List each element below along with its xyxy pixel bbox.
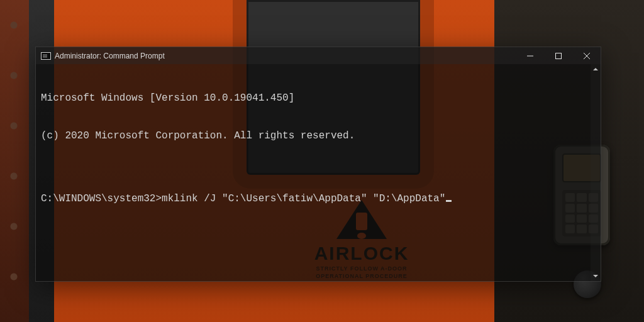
vertical-scrollbar[interactable] — [591, 64, 601, 281]
cmd-icon — [41, 52, 51, 60]
terminal-line: Microsoft Windows [Version 10.0.19041.45… — [41, 92, 597, 104]
command-prompt-window[interactable]: Administrator: Command Prompt Microsoft … — [35, 47, 601, 282]
maximize-icon — [555, 53, 562, 59]
terminal-line: (c) 2020 Microsoft Corporation. All righ… — [41, 130, 597, 142]
chevron-down-icon — [593, 274, 598, 279]
prompt-path: C:\WINDOWS\system32> — [41, 193, 162, 204]
text-cursor — [446, 200, 452, 202]
scroll-up-button[interactable] — [591, 64, 601, 74]
chevron-up-icon — [593, 67, 598, 72]
close-button[interactable] — [572, 47, 601, 64]
typed-command: mklink /J "C:\Users\fatiw\AppData" "D:\A… — [162, 193, 445, 204]
maximize-button[interactable] — [544, 47, 572, 64]
close-icon — [584, 53, 590, 59]
minimize-icon — [527, 53, 533, 59]
titlebar[interactable]: Administrator: Command Prompt — [36, 47, 601, 64]
terminal-area[interactable]: Microsoft Windows [Version 10.0.19041.45… — [36, 64, 601, 281]
minimize-button[interactable] — [516, 47, 544, 64]
svg-rect-0 — [555, 53, 561, 58]
scrollbar-track[interactable] — [591, 74, 601, 271]
window-title: Administrator: Command Prompt — [55, 52, 165, 60]
scroll-down-button[interactable] — [591, 271, 601, 281]
terminal-prompt-line: C:\WINDOWS\system32>mklink /J "C:\Users\… — [41, 192, 597, 205]
